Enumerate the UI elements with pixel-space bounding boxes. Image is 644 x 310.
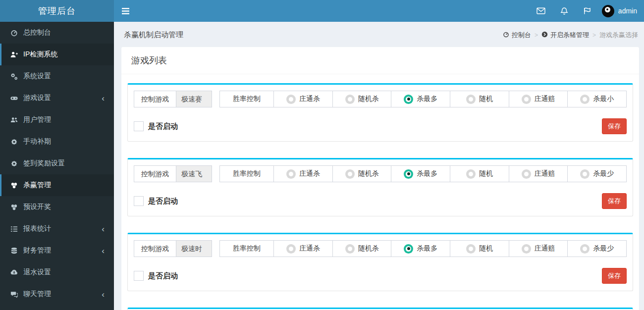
sidebar-item-gear-6[interactable]: 签到奖励设置	[0, 153, 114, 174]
speedometer-icon	[503, 31, 509, 39]
app-logo[interactable]: 管理后台	[0, 0, 114, 22]
sidebar-toggle-icon[interactable]	[114, 0, 137, 22]
content-header: 杀赢机制启动管理 控制台 > 开启杀猪管理 >	[114, 22, 644, 47]
sidebar-item-gamepad-3[interactable]: 游戏设置 ‹	[0, 87, 114, 109]
winrate-option-group: 胜率控制 庄通杀 随机杀 杀最多 随机	[219, 240, 627, 257]
gear-icon	[9, 160, 19, 167]
winrate-label: 胜率控制	[220, 241, 273, 257]
save-button[interactable]: 保存	[602, 118, 627, 134]
breadcrumb-separator: >	[535, 32, 538, 39]
radio-option[interactable]: 杀最少	[567, 166, 626, 182]
radio-icon[interactable]	[466, 169, 476, 179]
enable-checkbox[interactable]	[134, 196, 144, 206]
radio-option[interactable]: 随机杀	[332, 241, 391, 257]
card-header: 游戏列表	[121, 47, 639, 74]
breadcrumb-home[interactable]: 控制台	[503, 31, 531, 40]
control-row: 控制游戏 极速飞 胜率控制 庄通杀 随机杀 杀最多	[134, 165, 627, 182]
radio-icon[interactable]	[522, 95, 531, 104]
speedometer-icon	[9, 29, 19, 37]
game-block: 控制游戏 极速飞 胜率控制 庄通杀 随机杀 杀最多	[127, 158, 633, 216]
radio-option[interactable]: 杀最多	[391, 166, 450, 182]
radio-option[interactable]: 庄通赔	[509, 91, 568, 107]
radio-icon[interactable]	[286, 95, 296, 104]
game-block: 控制游戏 极速赛 胜率控制 庄通杀 随机杀 杀最多	[127, 308, 633, 310]
radio-option[interactable]: 庄通杀	[273, 91, 332, 107]
radio-icon[interactable]	[286, 244, 296, 254]
radio-icon[interactable]	[580, 244, 590, 254]
sidebar: 总控制台 IP检测系统 系统设置 游戏设置 ‹ 用户管理 手动补期 签到奖励设置…	[0, 22, 114, 310]
radio-icon[interactable]	[345, 95, 355, 104]
user-menu[interactable]: admin	[598, 0, 644, 22]
radio-icon[interactable]	[404, 169, 413, 179]
cubes-icon	[9, 182, 19, 189]
sidebar-item-list-9[interactable]: 报表统计 ‹	[0, 218, 114, 240]
radio-icon[interactable]	[404, 244, 413, 254]
radio-option[interactable]: 庄通杀	[273, 241, 332, 257]
radio-option[interactable]: 随机	[450, 91, 509, 107]
gears-icon	[9, 73, 19, 80]
radio-icon[interactable]	[580, 169, 590, 179]
main-content: 杀赢机制启动管理 控制台 > 开启杀猪管理 >	[114, 0, 644, 310]
radio-icon[interactable]	[522, 244, 531, 254]
game-blocks-container: 控制游戏 极速赛 胜率控制 庄通杀 随机杀 杀最多	[121, 74, 639, 310]
radio-icon[interactable]	[466, 244, 476, 254]
radio-option[interactable]: 随机	[450, 241, 509, 257]
enable-label: 是否启动	[148, 271, 178, 281]
radio-option[interactable]: 庄通杀	[273, 166, 332, 182]
control-game-label: 控制游戏	[134, 166, 176, 182]
cloud-down-icon	[9, 269, 19, 276]
list-icon	[9, 225, 19, 233]
radio-icon[interactable]	[345, 244, 355, 254]
notifications-bell-icon[interactable]	[553, 0, 576, 22]
sidebar-item-cubes-7[interactable]: 杀赢管理	[0, 174, 114, 196]
radio-icon[interactable]	[286, 169, 296, 179]
gamepad-icon	[9, 95, 19, 102]
radio-icon[interactable]	[522, 169, 531, 179]
radio-icon[interactable]	[345, 169, 355, 179]
radio-option[interactable]: 杀最小	[567, 91, 626, 107]
save-button[interactable]: 保存	[602, 193, 627, 209]
radio-option[interactable]: 随机	[450, 166, 509, 182]
breadcrumb: 控制台 > 开启杀猪管理 > 游戏杀赢选择	[503, 31, 638, 40]
sidebar-item-gear-5[interactable]: 手动补期	[0, 131, 114, 153]
page-title: 杀赢机制启动管理	[124, 30, 183, 40]
winrate-label: 胜率控制	[220, 166, 273, 182]
winrate-option-group: 胜率控制 庄通杀 随机杀 杀最多 随机	[219, 91, 627, 107]
sidebar-item-database-10[interactable]: 财务管理 ‹	[0, 240, 114, 261]
game-select-group: 控制游戏 极速飞	[134, 165, 212, 182]
breadcrumb-kill-manage[interactable]: 开启杀猪管理	[541, 31, 589, 40]
top-bar: 管理后台	[0, 0, 644, 22]
game-select-group: 控制游戏 极速赛	[134, 91, 212, 107]
enable-checkbox[interactable]	[134, 121, 144, 131]
card-title: 游戏列表	[131, 54, 629, 66]
sidebar-item-users-4[interactable]: 用户管理	[0, 109, 114, 131]
game-name-value[interactable]: 极速飞	[176, 166, 212, 182]
game-name-value[interactable]: 极速时	[176, 241, 212, 257]
radio-option[interactable]: 随机杀	[332, 166, 391, 182]
sidebar-item-cubes-8[interactable]: 预设开奖	[0, 196, 114, 218]
enable-label: 是否启动	[148, 197, 178, 206]
sidebar-item-cloud-down-11[interactable]: 退水设置	[0, 261, 114, 283]
radio-option[interactable]: 杀最多	[391, 241, 450, 257]
radio-icon[interactable]	[466, 95, 476, 104]
enable-row: 是否启动 保存	[134, 118, 627, 134]
winrate-option-group: 胜率控制 庄通杀 随机杀 杀最多 随机	[219, 165, 627, 182]
sidebar-item-speedometer-0[interactable]: 总控制台	[0, 22, 114, 44]
radio-option[interactable]: 随机杀	[332, 91, 391, 107]
tasks-flag-icon[interactable]	[576, 0, 598, 22]
radio-icon[interactable]	[404, 95, 413, 104]
radio-option[interactable]: 杀最多	[391, 91, 450, 107]
messages-envelope-icon[interactable]	[529, 0, 553, 22]
game-name-value[interactable]: 极速赛	[176, 91, 212, 107]
radio-option[interactable]: 杀最少	[567, 241, 626, 257]
radio-option[interactable]: 庄通赔	[509, 241, 568, 257]
save-button[interactable]: 保存	[602, 268, 627, 284]
sidebar-item-comments-12[interactable]: 聊天管理 ‹	[0, 283, 114, 305]
radio-icon[interactable]	[580, 95, 590, 104]
enable-checkbox[interactable]	[134, 271, 144, 281]
radio-option[interactable]: 庄通赔	[509, 166, 568, 182]
enable-row: 是否启动 保存	[134, 193, 627, 209]
sidebar-item-gears-2[interactable]: 系统设置	[0, 65, 114, 87]
enable-label: 是否启动	[148, 122, 178, 131]
sidebar-item-user-plus-1[interactable]: IP检测系统	[0, 44, 114, 65]
